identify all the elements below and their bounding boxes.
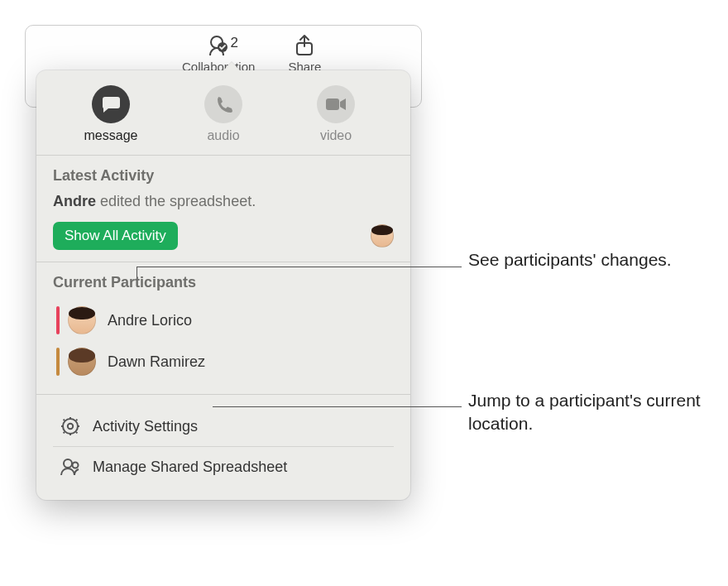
toolbar: 2 Collaboration Share [182,33,321,74]
svg-rect-3 [326,98,339,110]
toolbar-share[interactable]: Share [288,33,321,74]
svg-point-6 [64,459,72,468]
toolbar-collaboration[interactable]: 2 Collaboration [182,33,255,74]
latest-activity-section: Latest Activity Andre edited the spreads… [36,156,410,262]
participant-color-bar [56,306,60,334]
participant-avatar [68,348,96,376]
callout-line-2 [213,406,462,407]
svg-point-5 [68,424,73,429]
participants-section: Current Participants Andre LoricoDawn Ra… [36,262,410,395]
callout-changes: See participants' changes. [468,248,672,271]
activity-action: edited the spreadsheet. [96,193,256,209]
manage-shared-label: Manage Shared Spreadsheet [93,459,287,476]
collaboration-icon [205,33,232,58]
latest-activity-text: Andre edited the spreadsheet. [53,193,394,210]
gear-icon [60,415,81,437]
video-button[interactable]: video [286,85,386,143]
collaboration-count: 2 [230,35,237,51]
callout-line-1 [136,267,462,267]
participant-avatar [68,306,96,334]
participants-title: Current Participants [53,274,394,291]
show-all-activity-button[interactable]: Show All Activity [53,222,178,250]
svg-point-4 [63,419,78,434]
message-icon [92,85,130,123]
participant-name: Andre Lorico [108,312,192,329]
latest-activity-title: Latest Activity [53,167,394,185]
audio-label: audio [207,128,239,143]
activity-settings-label: Activity Settings [93,418,198,435]
phone-icon [204,85,242,123]
collaboration-popover: message audio video Latest Activity Andr… [36,70,410,500]
activity-settings-row[interactable]: Activity Settings [53,406,394,446]
people-icon [60,456,81,478]
communication-row: message audio video [36,70,410,156]
participant-name: Dawn Ramirez [108,353,205,371]
participant-color-bar [56,348,60,376]
video-label: video [320,128,352,143]
activity-avatar[interactable] [371,224,394,247]
participant-row[interactable]: Dawn Ramirez [53,341,394,382]
manage-shared-row[interactable]: Manage Shared Spreadsheet [53,446,394,487]
audio-button[interactable]: audio [174,85,273,143]
svg-point-7 [73,463,79,468]
message-label: message [84,128,138,143]
settings-section: Activity Settings Manage Shared Spreadsh… [36,395,410,492]
callout-jump: Jump to a participant's current location… [468,389,728,436]
callout-tick-1 [136,267,137,278]
participant-row[interactable]: Andre Lorico [53,300,394,341]
video-icon [317,85,355,123]
activity-actor: Andre [53,193,96,209]
share-icon [291,33,318,58]
message-button[interactable]: message [61,85,160,143]
